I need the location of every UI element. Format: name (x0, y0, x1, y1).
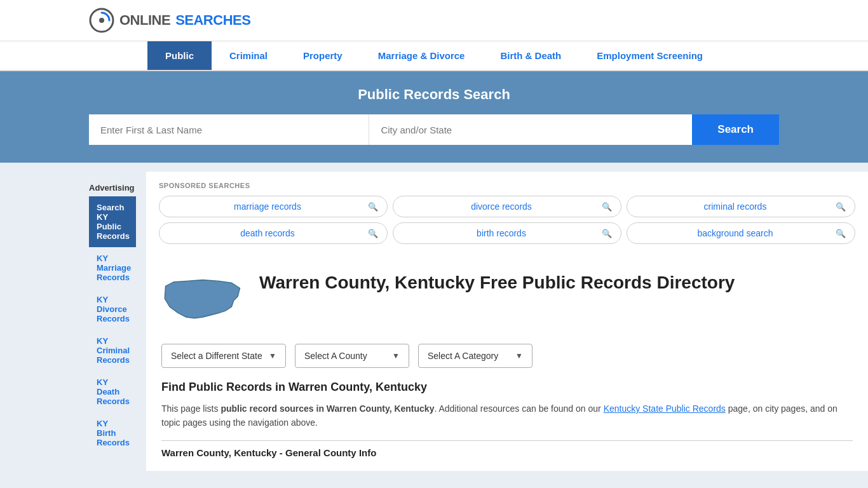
search-banner-title: Public Records Search (89, 86, 779, 103)
directory-title-area: Warren County, Kentucky Free Public Reco… (259, 272, 735, 294)
pill-marriage-records[interactable]: marriage records 🔍 (159, 196, 388, 217)
directory-top: Warren County, Kentucky Free Public Reco… (161, 272, 853, 331)
pill-birth-text: birth records (406, 228, 597, 238)
sidebar: Advertising Search KY Public Records KY … (0, 163, 146, 471)
general-info-title: Warren County, Kentucky - General County… (161, 440, 853, 458)
county-select[interactable]: Select A County (304, 351, 386, 361)
search-icon-divorce: 🔍 (602, 202, 612, 212)
search-pills-grid: marriage records 🔍 divorce records 🔍 cri… (159, 196, 855, 244)
logo-text-online: ONLINE (119, 12, 170, 29)
kentucky-map-svg (161, 272, 244, 329)
main-nav: Public Criminal Property Marriage & Divo… (0, 41, 868, 71)
county-chevron-icon: ▼ (392, 351, 400, 360)
sidebar-ad-divorce[interactable]: KY Divorce Records (89, 288, 136, 330)
right-column: SPONSORED SEARCHES marriage records 🔍 di… (146, 163, 868, 471)
nav-item-birth-death[interactable]: Birth & Death (482, 41, 579, 70)
find-records-title: Find Public Records in Warren County, Ke… (161, 381, 853, 394)
search-icon-criminal: 🔍 (836, 202, 846, 212)
search-banner: Public Records Search Search (0, 71, 868, 163)
name-input[interactable] (89, 114, 369, 145)
pill-divorce-records[interactable]: divorce records 🔍 (393, 196, 621, 217)
search-icon-birth: 🔍 (602, 229, 612, 238)
pill-birth-records[interactable]: birth records 🔍 (393, 222, 621, 244)
sponsored-section: SPONSORED SEARCHES marriage records 🔍 di… (146, 163, 868, 257)
category-dropdown[interactable]: Select A Category ▼ (418, 344, 532, 368)
sidebar-ad-birth[interactable]: KY Birth Records (89, 412, 136, 454)
logo-text-searches: SEARCHES (175, 12, 250, 29)
kentucky-map (161, 272, 244, 331)
state-select[interactable]: Select a Different State (171, 351, 262, 361)
nav-item-public[interactable]: Public (147, 41, 212, 70)
pill-criminal-text: criminal records (640, 201, 831, 212)
search-icon-marriage: 🔍 (368, 202, 378, 212)
search-button[interactable]: Search (692, 114, 779, 145)
state-chevron-icon: ▼ (269, 351, 276, 360)
pill-marriage-text: marriage records (172, 201, 363, 212)
advertising-label: Advertising (89, 183, 136, 193)
sidebar-ad-criminal[interactable]: KY Criminal Records (89, 330, 136, 371)
nav-item-employment-screening[interactable]: Employment Screening (579, 41, 721, 70)
logo-icon (89, 8, 114, 33)
ky-state-records-link[interactable]: Kentucky State Public Records (604, 403, 726, 414)
state-dropdown[interactable]: Select a Different State ▼ (161, 344, 286, 368)
search-icon-death: 🔍 (368, 229, 378, 238)
directory-title: Warren County, Kentucky Free Public Reco… (259, 272, 735, 294)
nav-item-criminal[interactable]: Criminal (212, 41, 285, 70)
sidebar-ad-marriage[interactable]: KY Marriage Records (89, 247, 136, 288)
sidebar-ad-search-ky[interactable]: Search KY Public Records (89, 196, 136, 247)
logo-area[interactable]: ONLINE SEARCHES (89, 8, 250, 33)
search-form: Search (89, 114, 779, 145)
dropdowns-row: Select a Different State ▼ Select A Coun… (161, 344, 853, 368)
site-header: ONLINE SEARCHES (0, 0, 868, 41)
svg-point-1 (99, 18, 104, 23)
county-dropdown[interactable]: Select A County ▼ (295, 344, 409, 368)
sidebar-advertising: Advertising Search KY Public Records KY … (89, 183, 136, 454)
pill-death-text: death records (172, 228, 363, 238)
find-records-bold: public record sources in Warren County, … (220, 403, 434, 414)
pill-criminal-records[interactable]: criminal records 🔍 (627, 196, 855, 217)
search-icon-background: 🔍 (836, 229, 846, 238)
sponsored-label: SPONSORED SEARCHES (159, 182, 855, 189)
nav-item-marriage-divorce[interactable]: Marriage & Divorce (360, 41, 483, 70)
nav-item-property[interactable]: Property (285, 41, 360, 70)
pill-divorce-text: divorce records (406, 201, 597, 212)
pill-death-records[interactable]: death records 🔍 (159, 222, 388, 244)
category-select[interactable]: Select A Category (428, 351, 509, 361)
main-content: Advertising Search KY Public Records KY … (0, 163, 868, 471)
city-input[interactable] (369, 114, 692, 145)
pill-background-search[interactable]: background search 🔍 (627, 222, 855, 244)
find-records-text: This page lists public record sources in… (161, 402, 853, 430)
directory-section: Warren County, Kentucky Free Public Reco… (146, 257, 868, 471)
sidebar-ad-death[interactable]: KY Death Records (89, 371, 136, 412)
sponsored-searches: SPONSORED SEARCHES marriage records 🔍 di… (146, 172, 868, 257)
category-chevron-icon: ▼ (515, 351, 523, 360)
pill-background-text: background search (640, 228, 831, 238)
